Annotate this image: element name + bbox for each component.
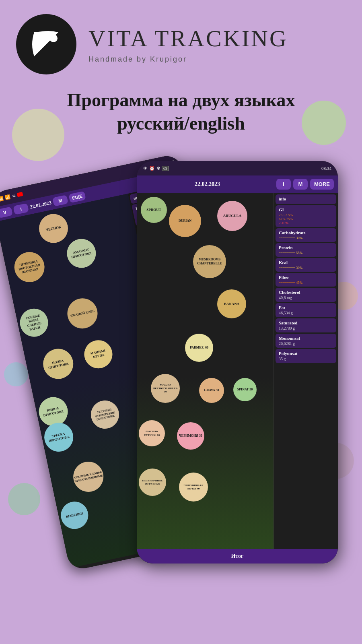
back-btn-i[interactable]: I <box>13 203 29 215</box>
phone-container: 📶 📶 ≋ 08:26 V I 22.02.2023 М ЕЩЁ <box>16 153 346 628</box>
food-circle-semolina[interactable]: МАННАЯ КРУПА <box>82 338 115 371</box>
food-banana[interactable]: BANANA <box>217 289 246 318</box>
food-circle-lentils[interactable]: ЧЕЧЕВИЦА ПРОРОСШАЯ ЖАРЕНАЯ <box>12 249 47 285</box>
brand-area: VITA TRACKING Handmade by Krupigor <box>88 25 288 64</box>
front-content: ARUGULA DURIAN SPROUT MUSHROOMS CHANTERE… <box>137 193 338 563</box>
phone-front: 👁 ⏰ ✻ 69 08:34 22.02.2023 I M MORE ARUGU… <box>137 161 338 564</box>
logo-icon <box>26 24 66 64</box>
front-total-bar: Итог <box>137 549 338 564</box>
back-btn-m[interactable]: М <box>52 195 68 206</box>
food-cherimoya[interactable]: ЧЕРИМОЙЯ 30 <box>177 422 204 450</box>
info-row-fat: Fat 46,534 g <box>276 303 336 317</box>
battery-icon <box>17 192 23 197</box>
heading-line1: Программа на двух языках <box>24 89 338 112</box>
food-wheat-flour[interactable]: ПШЕНИЧНАЯ МУКА 40 <box>179 473 208 502</box>
front-status-right: 08:34 <box>321 166 331 171</box>
food-circle-soybeans[interactable]: СОЕВЫЕ БОБЫ СЛЕНЫЕ ВАРЕН. <box>17 306 51 339</box>
food-parmezan[interactable]: PARMEZ. 60 <box>185 334 213 362</box>
main-heading: Программа на двух языках русский/english <box>0 89 362 135</box>
back-status-left: 📶 📶 ≋ <box>0 191 23 202</box>
info-row-gi: GI 25-37.5% 62.5-75% 2-10% <box>276 205 336 227</box>
heading-line2: русский/english <box>24 112 338 135</box>
food-guava[interactable]: GUAVA 30 <box>199 378 224 403</box>
front-status-bar: 👁 ⏰ ✻ 69 08:34 <box>137 161 338 175</box>
info-row-mono: Monounsat 26,6281 g <box>276 334 336 348</box>
brand-title: VITA TRACKING <box>88 25 288 52</box>
food-circle-garlic[interactable]: ЧЕСНОК <box>36 211 70 246</box>
back-date: 22.02.2023 <box>29 200 52 210</box>
food-circle-cod[interactable]: ТРЕСКА ПРИГОТОВЛ. <box>41 420 76 454</box>
food-circle-oyster-mushrooms-back[interactable]: ВЕШЕНКИ <box>58 499 91 532</box>
info-row-kcal: Kcal ======== 30% <box>276 258 336 272</box>
total-label: Итог <box>231 553 244 559</box>
svg-point-0 <box>49 34 58 42</box>
front-btn-i[interactable]: I <box>276 179 291 190</box>
logo-circle <box>16 14 76 74</box>
food-beans[interactable]: ФАСОЛЬ СТРУЧК. 10 <box>139 420 165 446</box>
header: VITA TRACKING Handmade by Krupigor <box>0 0 362 89</box>
food-durian[interactable]: DURIAN <box>169 205 201 237</box>
food-spinach[interactable]: SPINAT 30 <box>233 378 257 401</box>
front-info-panel: info GI 25-37.5% 62.5-75% 2-10% Carbohyd… <box>274 193 338 563</box>
food-hazelnut[interactable]: МАСЛО ЛЕСНОГО ОРЕХА 30 <box>151 374 180 403</box>
food-circle-spelt[interactable]: ПОЛБА ПРИГОТОВЛ. <box>40 346 76 382</box>
info-row-poly: Polyunsat 35 g <box>276 349 336 363</box>
front-nav-bar: 22.02.2023 I M MORE <box>137 175 338 193</box>
front-status-left: 👁 ⏰ ✻ 69 <box>143 166 169 171</box>
food-circle-amaranth[interactable]: АМАРАНТ ПРИГОТОВЛ. <box>64 236 99 270</box>
brand-subtitle: Handmade by Krupigor <box>88 55 288 64</box>
front-btn-more[interactable]: MORE <box>310 179 334 190</box>
info-row-fiber: Fiber ======== 45% <box>276 273 336 287</box>
food-arugula[interactable]: ARUGULA <box>217 201 247 231</box>
info-row-carb: Carbohydrate ======== 30% <box>276 228 336 242</box>
food-bran[interactable]: ПШЕНИЧНЫЕ ОТРУБИ 20 <box>139 469 166 496</box>
food-mushrooms[interactable]: MUSHROOMS CHANTERELLE <box>193 245 226 278</box>
back-btn-eshe[interactable]: ЕЩЁ <box>68 191 86 203</box>
food-circle-oats[interactable]: ОВСЯНЫЕ ХЛОПЬЯ ПРИГОТОВЛЕННЫЕ <box>70 459 106 495</box>
front-nav-date: 22.02.2023 <box>141 181 274 188</box>
front-food-area: ARUGULA DURIAN SPROUT MUSHROOMS CHANTERE… <box>137 193 274 563</box>
food-circle-oysters[interactable]: УСТРИЦЫ ФЕРМЕРСКИЕ ПРИГОТОВЛ. <box>88 398 121 431</box>
info-row-prot: Protein ======== 55% <box>276 243 336 257</box>
back-btn-v[interactable]: V <box>0 206 13 218</box>
front-btn-m[interactable]: M <box>293 179 308 190</box>
food-circle-rye-bread[interactable]: РЖАНОЙ ХЛЕБ <box>65 295 101 331</box>
info-row-info: info <box>276 194 336 204</box>
info-row-sat: Saturated 13,2789 g <box>276 318 336 332</box>
food-sprout[interactable]: SPROUT <box>141 197 167 223</box>
info-row-chol: Cholesterol 40,8 mg <box>276 288 336 302</box>
